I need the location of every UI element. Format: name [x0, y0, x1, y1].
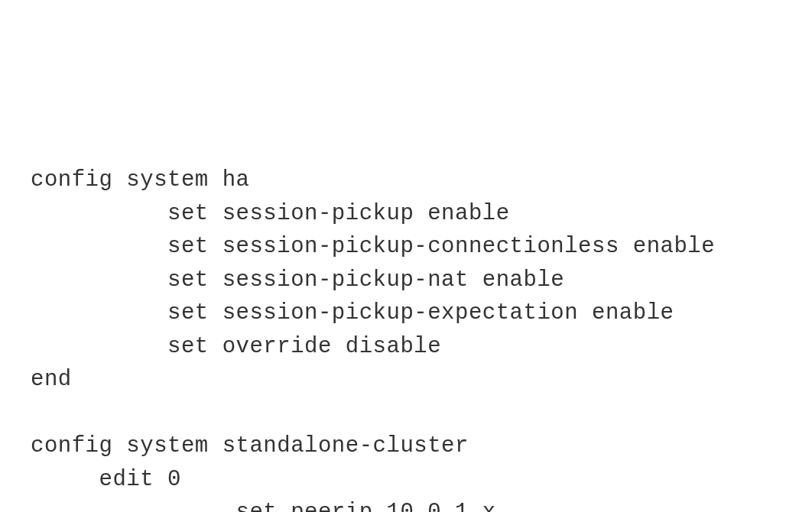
code-line: end — [31, 363, 781, 397]
code-line: config system standalone-cluster — [31, 429, 781, 463]
code-line: set peerip 10.0.1.x — [31, 496, 781, 512]
code-line: config system ha — [31, 164, 781, 197]
code-line: set session-pickup-connectionless enable — [31, 230, 781, 264]
code-line: set session-pickup-expectation enable — [31, 297, 781, 330]
code-line — [31, 397, 781, 430]
code-line: set session-pickup-nat enable — [31, 264, 781, 297]
code-line: set session-pickup enable — [31, 197, 781, 231]
code-line: set override disable — [31, 330, 781, 364]
config-code-block: config system ha set session-pickup enab… — [31, 164, 781, 512]
code-line: edit 0 — [31, 463, 781, 497]
